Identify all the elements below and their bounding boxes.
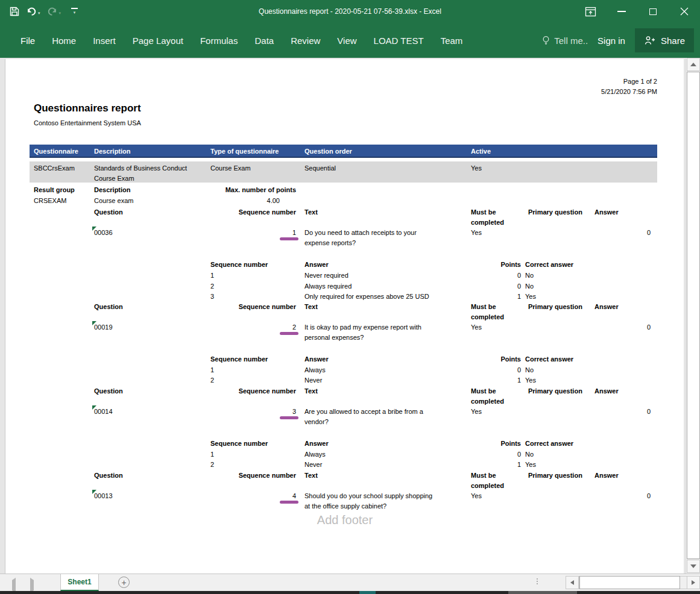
questionnaire-type-cell[interactable]: Course Exam <box>210 164 251 172</box>
tab-review[interactable]: Review <box>282 36 329 46</box>
question-text-cell[interactable]: Should you do your school supply shoppin… <box>304 492 432 500</box>
answer-points-cell[interactable]: 0 <box>461 450 521 458</box>
answer-points-cell[interactable]: 0 <box>461 282 521 290</box>
scrollbar-resize-gripper[interactable] <box>537 578 538 584</box>
answer-correct-cell[interactable]: Yes <box>525 292 536 301</box>
answer-seq-cell[interactable]: 1 <box>210 271 214 280</box>
max-points-value-cell[interactable]: 4.00 <box>175 196 280 205</box>
answer-points-header[interactable]: Points <box>461 439 521 448</box>
report-title[interactable]: Questionnaires report <box>34 102 141 114</box>
tab-formulas[interactable]: Formulas <box>192 36 247 46</box>
sheet-tab-sheet1[interactable]: Sheet1 <box>60 574 99 591</box>
col-header-questionnaire[interactable]: Questionnaire <box>34 147 78 155</box>
answer-correct-cell[interactable]: No <box>525 450 534 458</box>
primary-question-label[interactable]: Primary question <box>528 302 582 311</box>
question-answer-value[interactable]: 0 <box>590 228 651 237</box>
answer-points-cell[interactable]: 0 <box>461 271 521 280</box>
answer-seq-cell[interactable]: 2 <box>210 376 214 384</box>
must-be-completed-label[interactable]: Must be <box>471 471 496 480</box>
question-id-cell[interactable]: 00036 <box>94 228 113 237</box>
answer-text-cell[interactable]: Never <box>304 460 322 469</box>
answer-text-cell[interactable]: Only required for expenses above 25 USD <box>304 292 429 301</box>
maximize-button[interactable] <box>637 0 669 23</box>
ribbon-display-options-button[interactable] <box>575 0 606 23</box>
answer-label[interactable]: Answer <box>594 471 619 480</box>
questionnaire-description-cell-line2[interactable]: Course Exam <box>94 174 134 183</box>
answer-seq-cell[interactable]: 1 <box>210 450 214 458</box>
sequence-number-label[interactable]: Sequence number <box>236 302 296 311</box>
tab-team[interactable]: Team <box>432 36 471 46</box>
result-group-id-cell[interactable]: CRSEXAM <box>34 196 66 205</box>
save-button[interactable] <box>10 7 19 16</box>
answer-correct-header[interactable]: Correct answer <box>525 260 573 269</box>
question-text-cell-line2[interactable]: vendor? <box>304 417 329 426</box>
must-be-completed-label[interactable]: Must be <box>471 208 496 216</box>
undo-dropdown-icon[interactable]: ▾ <box>38 10 40 16</box>
scroll-right-button[interactable] <box>687 576 700 589</box>
must-be-completed-label-line2[interactable]: completed <box>471 481 504 490</box>
primary-question-label[interactable]: Primary question <box>528 471 582 480</box>
result-group-label[interactable]: Result group <box>34 186 75 194</box>
answer-seq-header[interactable]: Sequence number <box>210 439 268 448</box>
questionnaire-order-cell[interactable]: Sequential <box>304 164 336 172</box>
col-header-type[interactable]: Type of questionnaire <box>210 147 279 155</box>
text-label[interactable]: Text <box>304 302 318 311</box>
answer-text-cell[interactable]: Always required <box>304 282 352 290</box>
redo-dropdown-icon[interactable]: ▾ <box>59 10 61 16</box>
text-label[interactable]: Text <box>304 387 318 395</box>
answer-label[interactable]: Answer <box>594 208 619 216</box>
must-be-completed-label[interactable]: Must be <box>471 387 496 395</box>
answer-correct-cell[interactable]: Yes <box>525 460 536 469</box>
answer-points-cell[interactable]: 1 <box>461 376 521 384</box>
answer-points-header[interactable]: Points <box>461 260 521 269</box>
question-text-cell[interactable]: It is okay to pad my expense report with <box>304 323 421 331</box>
must-be-completed-value[interactable]: Yes <box>471 323 482 331</box>
tab-page-layout[interactable]: Page Layout <box>124 36 192 46</box>
result-description-label[interactable]: Description <box>94 186 131 194</box>
must-be-completed-label-line2[interactable]: completed <box>471 313 504 321</box>
horizontal-scrollbar-thumb[interactable] <box>579 576 680 589</box>
answer-text-header[interactable]: Answer <box>304 260 329 269</box>
tab-file[interactable]: File <box>12 36 43 46</box>
must-be-completed-value[interactable]: Yes <box>471 492 482 500</box>
tab-load-test[interactable]: LOAD TEST <box>365 36 432 46</box>
answer-points-header[interactable]: Points <box>461 355 521 363</box>
must-be-completed-label-line2[interactable]: completed <box>471 397 504 405</box>
must-be-completed-value[interactable]: Yes <box>471 407 482 416</box>
question-label[interactable]: Question <box>94 208 123 216</box>
question-text-cell-line2[interactable]: expense reports? <box>304 239 356 247</box>
answer-correct-header[interactable]: Correct answer <box>525 439 573 448</box>
answer-correct-cell[interactable]: No <box>525 366 534 374</box>
tab-view[interactable]: View <box>329 36 365 46</box>
text-label[interactable]: Text <box>304 208 318 216</box>
answer-text-cell[interactable]: Always <box>304 366 326 374</box>
scroll-left-button[interactable] <box>566 576 579 589</box>
answer-points-cell[interactable]: 1 <box>461 460 521 469</box>
answer-seq-header[interactable]: Sequence number <box>210 260 268 269</box>
header-page-number[interactable]: Page 1 of 2 <box>623 77 657 86</box>
answer-seq-cell[interactable]: 1 <box>210 366 214 374</box>
must-be-completed-value[interactable]: Yes <box>471 228 482 237</box>
result-group-description-cell[interactable]: Course exam <box>94 196 133 205</box>
customize-quick-access-toolbar-button[interactable]: ▾ <box>71 8 78 16</box>
new-sheet-button[interactable]: + <box>118 577 130 588</box>
questionnaire-active-cell[interactable]: Yes <box>471 164 482 172</box>
answer-seq-cell[interactable]: 2 <box>210 460 214 469</box>
question-id-cell[interactable]: 00019 <box>94 323 113 331</box>
question-label[interactable]: Question <box>94 471 123 480</box>
next-sheet-button[interactable] <box>30 580 34 591</box>
add-footer-placeholder[interactable]: Add footer <box>5 513 684 527</box>
must-be-completed-label-line2[interactable]: completed <box>471 218 504 227</box>
vertical-scrollbar[interactable] <box>686 58 700 574</box>
must-be-completed-label[interactable]: Must be <box>471 302 496 311</box>
question-label[interactable]: Question <box>94 302 123 311</box>
tab-home[interactable]: Home <box>43 36 84 46</box>
question-id-cell[interactable]: 00014 <box>94 407 113 416</box>
tab-insert[interactable]: Insert <box>84 36 124 46</box>
answer-text-header[interactable]: Answer <box>304 355 329 363</box>
answer-seq-cell[interactable]: 2 <box>210 282 214 290</box>
answer-text-cell[interactable]: Never required <box>304 271 348 280</box>
answer-correct-cell[interactable]: No <box>525 282 534 290</box>
question-id-cell[interactable]: 00013 <box>94 492 113 500</box>
question-text-cell[interactable]: Are you allowed to accept a bribe from a <box>304 407 423 416</box>
